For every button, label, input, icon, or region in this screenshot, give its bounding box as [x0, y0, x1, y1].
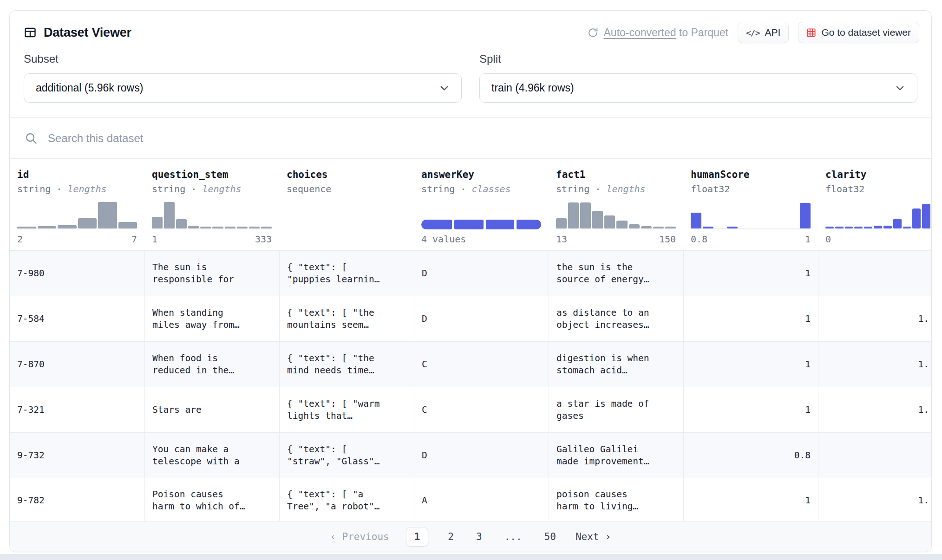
- column-type: string · lengths: [152, 183, 272, 195]
- api-button-label: API: [765, 27, 781, 38]
- search-input[interactable]: [48, 132, 916, 145]
- card-header: Dataset Viewer Auto-converted to Parquet…: [10, 11, 931, 51]
- next-page-button[interactable]: Next ›: [576, 531, 611, 542]
- histogram-bar: [893, 219, 902, 228]
- cell-answerKey: D: [414, 296, 549, 341]
- cell-id: 7-321: [10, 387, 144, 432]
- column-name: answerKey: [421, 169, 541, 180]
- histogram-bar: [629, 224, 640, 228]
- histogram-bar: [912, 208, 921, 228]
- histogram-bar: [845, 227, 853, 228]
- histogram-range-labels: 27: [17, 234, 137, 250]
- previous-label: Previous: [342, 531, 389, 542]
- table-body: 7-980The sun is responsible for{ "text":…: [10, 250, 931, 521]
- column-header-choices: choicessequence: [279, 159, 414, 250]
- data-table: idstring · lengths27question_stemstring …: [10, 159, 931, 521]
- api-button[interactable]: </> API: [738, 22, 789, 43]
- auto-converted-link[interactable]: Auto-converted to Parquet: [587, 26, 729, 39]
- table-row: 9-732You can make a telescope with a{ "t…: [10, 432, 931, 478]
- cell-clarity: [818, 251, 931, 296]
- histogram-bar: [653, 227, 664, 228]
- histogram-bar: [854, 227, 863, 228]
- page-button-2[interactable]: 2: [445, 527, 457, 546]
- histogram-bar: [568, 202, 579, 228]
- histogram-bar: [922, 204, 930, 228]
- column-type: string · lengths: [17, 183, 137, 195]
- histogram-bar: [249, 227, 260, 228]
- chevron-down-icon: [439, 83, 450, 93]
- histogram-range-labels: 0.81: [691, 234, 811, 250]
- cell-answerKey: C: [414, 387, 549, 432]
- split-select[interactable]: train (4.96k rows): [479, 73, 917, 103]
- histogram-bar: [616, 221, 627, 228]
- cell-clarity: 1.: [818, 296, 931, 341]
- header-actions: Auto-converted to Parquet </> API Go to …: [587, 22, 920, 43]
- histogram-bar: [200, 227, 211, 228]
- cell-clarity: 1.: [818, 478, 931, 521]
- chevron-right-icon: ›: [605, 531, 611, 542]
- cell-humanScore: 1: [683, 296, 818, 341]
- cell-humanScore: 1: [683, 342, 818, 387]
- page-number-list: 123...50: [406, 527, 559, 547]
- histogram-bar: [883, 226, 892, 228]
- page-bottom-strip: [0, 554, 942, 560]
- cell-question_stem: Stars are: [144, 387, 279, 432]
- cell-question_stem: The sun is responsible for: [144, 251, 279, 296]
- column-name: choices: [287, 169, 406, 180]
- cell-fact1: a star is made of gases: [549, 387, 683, 432]
- cell-answerKey: A: [414, 478, 549, 521]
- histogram-bar: [152, 217, 163, 228]
- cell-choices: { "text": [ "warm lights that…: [279, 387, 414, 432]
- subset-control: Subset additional (5.96k rows): [24, 52, 462, 103]
- auto-converted-rest: to Parquet: [676, 26, 728, 39]
- chevron-down-icon: [895, 83, 905, 93]
- cell-question_stem: When standing miles away from…: [144, 296, 279, 341]
- class-segment: [421, 220, 452, 229]
- column-type: string · lengths: [556, 183, 676, 195]
- histogram-bar: [835, 227, 844, 228]
- histogram-bar: [225, 227, 236, 228]
- histogram-bar: [188, 226, 199, 228]
- cell-answerKey: D: [414, 433, 549, 478]
- subset-select[interactable]: additional (5.96k rows): [24, 73, 462, 103]
- histogram-bar: [903, 227, 911, 228]
- histogram-bar: [592, 211, 603, 228]
- cell-fact1: digestion is when stomach acid…: [549, 342, 683, 387]
- column-name: question_stem: [152, 169, 272, 180]
- cell-fact1: poison causes harm to living…: [549, 478, 683, 521]
- previous-page-button[interactable]: ‹ Previous: [330, 531, 389, 542]
- goto-dataset-viewer-button[interactable]: Go to dataset viewer: [798, 22, 919, 43]
- pagination-bar: ‹ Previous 123...50 Next ›: [10, 521, 931, 552]
- column-header-clarity: clarityfloat320: [818, 159, 931, 250]
- page-button-3[interactable]: 3: [473, 527, 485, 546]
- histogram-bar: [641, 226, 652, 228]
- histogram-bar: [665, 227, 676, 228]
- column-name: id: [17, 169, 137, 180]
- empty-range-row: [287, 234, 406, 250]
- cell-choices: { "text": [ "the mountains seem…: [279, 296, 414, 341]
- histogram-bar: [800, 203, 811, 228]
- subset-select-value: additional (5.96k rows): [36, 82, 143, 94]
- cell-choices: { "text": [ "the mind needs time…: [279, 342, 414, 387]
- column-type: sequence: [287, 183, 406, 195]
- page-button-1[interactable]: 1: [406, 527, 429, 547]
- table-row: 9-782Poison causes harm to which of…{ "t…: [10, 478, 931, 521]
- next-label: Next: [576, 531, 599, 542]
- histogram-bar: [556, 218, 567, 228]
- goto-dataset-viewer-label: Go to dataset viewer: [821, 27, 911, 38]
- cell-question_stem: Poison causes harm to which of…: [144, 478, 279, 521]
- column-type: string · classes: [421, 183, 541, 195]
- table-row: 7-584When standing miles away from…{ "te…: [10, 296, 931, 341]
- cell-humanScore: 1: [683, 251, 818, 296]
- column-type: float32: [691, 183, 811, 195]
- page-button-50[interactable]: 50: [542, 527, 559, 546]
- cell-answerKey: C: [414, 342, 549, 387]
- split-control: Split train (4.96k rows): [479, 52, 917, 103]
- class-segment: [454, 220, 484, 229]
- class-distribution-bar: [421, 201, 541, 229]
- class-segment: [486, 220, 514, 229]
- histogram-bar: [580, 202, 591, 228]
- column-histogram: [825, 201, 930, 229]
- cell-id: 7-584: [10, 296, 144, 341]
- table-header-row: idstring · lengths27question_stemstring …: [10, 159, 931, 250]
